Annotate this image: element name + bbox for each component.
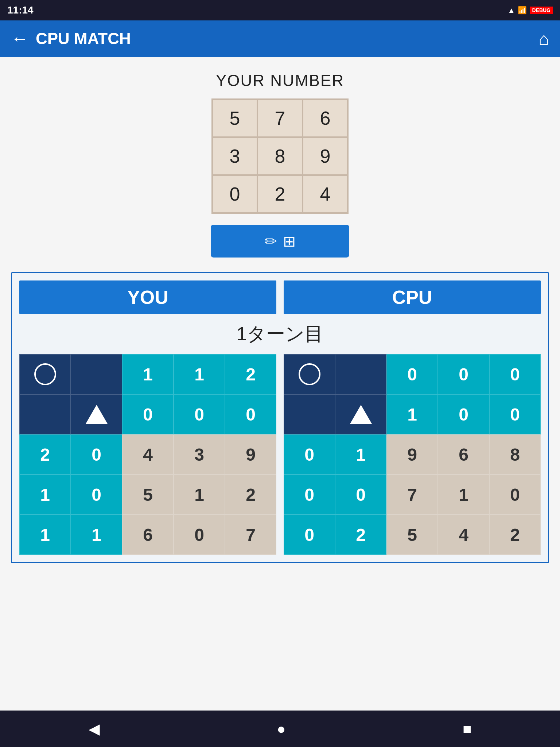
you-column: YOU [19, 280, 276, 314]
number-cell: 7 [258, 100, 302, 136]
number-cell: 2 [258, 176, 302, 212]
score-cell: 0 [438, 354, 489, 394]
score-cell: 0 [284, 515, 335, 555]
grid-icon: ⊞ [283, 232, 296, 250]
score-cell: 3 [174, 434, 225, 475]
score-cell: 1 [19, 475, 71, 515]
score-cell: 0 [489, 354, 541, 394]
score-cell: 9 [386, 434, 438, 475]
wifi-icon: 📶 [518, 6, 527, 15]
score-cell: 0 [174, 515, 225, 555]
score-cell: 0 [438, 394, 489, 434]
cpu-score-grid: 000100019680071002542 [284, 354, 541, 555]
score-cell: 1 [174, 475, 225, 515]
score-cell: 4 [122, 434, 174, 475]
score-cell: 0 [284, 434, 335, 475]
number-cell: 5 [213, 100, 257, 136]
your-number-grid: 576389024 [211, 98, 349, 214]
score-cell: 8 [489, 434, 541, 475]
number-cell: 4 [303, 176, 347, 212]
score-cell: 1 [335, 434, 386, 475]
score-cell [335, 394, 386, 434]
number-cell: 3 [213, 138, 257, 174]
score-cell: 0 [71, 434, 122, 475]
score-cell: 0 [489, 475, 541, 515]
score-cell: 0 [284, 475, 335, 515]
score-cell: 0 [225, 394, 276, 434]
score-cell: 0 [174, 394, 225, 434]
home-button[interactable]: ⌂ [538, 29, 549, 49]
score-cell: 1 [174, 354, 225, 394]
score-cell [71, 354, 122, 394]
debug-badge: DEBUG [530, 7, 553, 14]
score-cell: 5 [122, 475, 174, 515]
signal-icon: ▲ [508, 6, 515, 15]
score-cell: 1 [122, 354, 174, 394]
number-cell: 6 [303, 100, 347, 136]
back-button[interactable]: ← [11, 30, 28, 47]
score-cell: 0 [71, 475, 122, 515]
score-cell: 6 [438, 434, 489, 475]
score-cell: 7 [386, 475, 438, 515]
turn-label: 1ターン目 [19, 314, 541, 354]
app-bar: ← CPU MATCH ⌂ [0, 20, 560, 57]
score-cell: 0 [335, 475, 386, 515]
nav-recents-button[interactable]: ■ [448, 715, 486, 743]
pencil-icon: ✏ [264, 232, 277, 250]
score-cell [19, 394, 71, 434]
game-area: YOU CPU 1ターン目 112000204391051211607 0001… [11, 272, 549, 563]
score-cell [284, 354, 335, 394]
you-header: YOU [19, 280, 276, 314]
score-cell: 1 [71, 515, 122, 555]
app-title: CPU MATCH [36, 30, 538, 48]
status-bar: 11:14 ▲ 📶 DEBUG [0, 0, 560, 20]
score-cell: 2 [19, 434, 71, 475]
score-cell: 0 [122, 394, 174, 434]
nav-back-button[interactable]: ◀ [74, 715, 114, 743]
score-cell: 2 [489, 515, 541, 555]
score-cell: 1 [19, 515, 71, 555]
score-cell [335, 354, 386, 394]
your-number-title: YOUR NUMBER [216, 71, 344, 90]
score-cell: 4 [438, 515, 489, 555]
main-content: YOUR NUMBER 576389024 ✏ ⊞ YOU CPU 1ターン目 … [0, 57, 560, 711]
score-cell: 0 [489, 394, 541, 434]
status-time: 11:14 [7, 4, 34, 16]
score-cell: 2 [225, 475, 276, 515]
score-cell: 6 [122, 515, 174, 555]
number-cell: 8 [258, 138, 302, 174]
you-score-grid: 112000204391051211607 [19, 354, 276, 555]
score-cell: 5 [386, 515, 438, 555]
game-columns: YOU CPU [19, 280, 541, 314]
nav-home-button[interactable]: ● [262, 715, 300, 743]
score-cell: 1 [386, 394, 438, 434]
score-cell: 2 [335, 515, 386, 555]
score-cell: 0 [386, 354, 438, 394]
score-cell [19, 354, 71, 394]
number-cell: 0 [213, 176, 257, 212]
number-cell: 9 [303, 138, 347, 174]
bottom-nav: ◀ ● ■ [0, 711, 560, 747]
score-cell [284, 394, 335, 434]
edit-button[interactable]: ✏ ⊞ [211, 225, 349, 258]
score-cell: 1 [438, 475, 489, 515]
score-cell [71, 394, 122, 434]
cpu-column: CPU [284, 280, 541, 314]
score-cell: 7 [225, 515, 276, 555]
cpu-header: CPU [284, 280, 541, 314]
score-area: 112000204391051211607 000100019680071002… [19, 354, 541, 555]
score-cell: 2 [225, 354, 276, 394]
status-icons: ▲ 📶 DEBUG [508, 6, 553, 15]
score-cell: 9 [225, 434, 276, 475]
